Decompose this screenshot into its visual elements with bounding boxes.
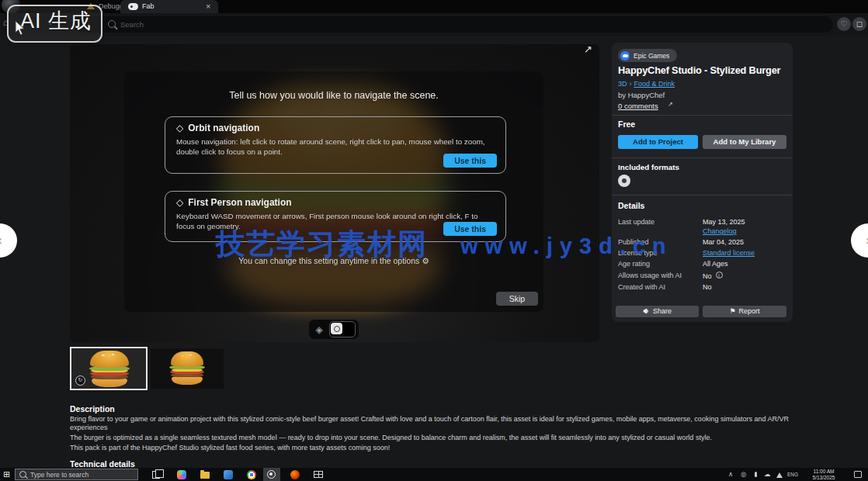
viewer-controls: ◈ [309, 320, 359, 339]
taskbar-search-placeholder: Type here to search [30, 471, 89, 479]
navigation-choice-dialog: Tell us how you would like to navigate t… [124, 71, 543, 312]
breadcrumb-3d[interactable]: 3D [618, 80, 627, 88]
first-person-navigation-title: ◇First Person navigation [176, 197, 292, 208]
breadcrumb-separator: › [630, 80, 632, 88]
share-button[interactable]: Share [616, 306, 699, 317]
watermark-site-url: www.jy3d.cn [460, 234, 673, 259]
watermark-site-name: 技艺学习素材网 [216, 225, 428, 264]
description-paragraph: Bring flavor to your game or animation p… [70, 415, 806, 432]
language-indicator[interactable]: ENG [787, 472, 798, 477]
browser-tab-strip: Debugger Fab × [0, 0, 868, 13]
view-mode-toggle[interactable] [329, 321, 356, 337]
detail-value: May 13, 2025 [703, 218, 745, 226]
burger-thumb [89, 350, 130, 389]
description-paragraph: The burger is optimized as a single seam… [70, 434, 806, 442]
chevron-left-icon: ‹ [0, 234, 2, 247]
carousel-prev-button[interactable]: ‹ [0, 223, 17, 258]
product-title: HappyChef Studio - Stylized Burger [618, 64, 790, 76]
remote-desktop-icon[interactable] [314, 471, 323, 478]
tab-fab[interactable]: Fab × [120, 0, 218, 13]
firefox-icon[interactable] [290, 470, 300, 479]
orbit-navigation-title: ◇Orbit navigation [176, 123, 259, 133]
search-icon [19, 471, 26, 478]
diamond-icon: ◇ [176, 123, 183, 133]
product-panel: Epic Games HappyChef Studio - Stylized B… [612, 43, 793, 322]
price-label: Free [618, 119, 635, 129]
detail-value: Mar 04, 2025 [703, 238, 744, 246]
cloud-icon[interactable]: ☁ [764, 470, 771, 478]
tray-app-icon[interactable]: ◎ [741, 470, 746, 478]
external-link-icon: ↗ [668, 101, 673, 108]
included-formats-heading: Included formats [618, 163, 679, 171]
heart-icon: ♡ [841, 19, 848, 28]
tray-date: 5/13/2025 [807, 475, 840, 481]
fab-logo-icon [128, 3, 138, 10]
site-watermark: 技艺学习素材网 www.jy3d.cn [216, 225, 673, 264]
start-button[interactable]: ⊞ [3, 469, 10, 479]
seller-badge[interactable]: Epic Games [618, 49, 677, 62]
active-app-highlight[interactable] [263, 468, 280, 481]
search-hint: Search [120, 20, 144, 29]
tray-time: 11:00 AM [807, 469, 840, 475]
search-icon [108, 20, 116, 28]
fullscreen-icon[interactable]: ↗ [584, 43, 592, 55]
skip-button[interactable]: Skip [496, 292, 538, 306]
ai-generated-label: AI 生成 [20, 7, 92, 35]
wireframe-icon[interactable]: ◈ [312, 323, 326, 337]
cart-button[interactable]: ◻ [852, 17, 866, 31]
carousel-next-button[interactable]: › [851, 223, 868, 258]
windows-taskbar: ⊞ Type here to search ∧ ◎ ☁ ENG 11:00 AM… [0, 468, 868, 481]
comments-link[interactable]: 0 comments [618, 102, 658, 110]
tray-chevron-up-icon[interactable]: ∧ [728, 470, 733, 478]
notification-center-icon[interactable] [854, 471, 862, 478]
detail-value: Noi [703, 272, 723, 280]
bag-icon: ◻ [856, 19, 863, 28]
task-view-icon[interactable] [152, 471, 160, 479]
taskbar-search[interactable]: Type here to search [15, 469, 138, 480]
obs-icon [267, 470, 276, 479]
mail-app-icon[interactable] [224, 470, 233, 479]
flag-icon: ⚑ [729, 307, 735, 315]
breadcrumb-category[interactable]: Food & Drink [634, 80, 675, 88]
orbit-navigation-card[interactable]: ◇Orbit navigation Mouse navigation: left… [165, 116, 506, 174]
add-to-library-button[interactable]: Add to My Library [703, 135, 786, 149]
thumbnail-3d-selected[interactable]: ↻ [70, 347, 148, 390]
breadcrumb: 3D›Food & Drink [618, 80, 675, 88]
tab-fab-label: Fab [142, 2, 155, 10]
orbit-use-this-button[interactable]: Use this [443, 154, 497, 168]
thumbnail-image[interactable] [151, 348, 224, 389]
clock[interactable]: 11:00 AM 5/13/2025 [807, 469, 840, 480]
details-heading: Details [618, 201, 644, 210]
favorites-button[interactable]: ♡ [837, 17, 851, 31]
sphere-icon [331, 323, 342, 334]
license-link[interactable]: Standard license [703, 249, 755, 257]
changelog-link[interactable]: Changelog [703, 227, 737, 235]
seller-badge-label: Epic Games [634, 52, 669, 60]
microphone-icon[interactable] [755, 472, 757, 477]
divider [612, 115, 793, 116]
detail-value: All Ages [703, 260, 728, 268]
info-icon[interactable]: i [716, 272, 723, 279]
seller-line[interactable]: by HappyChef [618, 91, 665, 99]
rotate-badge-icon: ↻ [75, 375, 85, 386]
description-paragraph: This pack is part of the HappyChef Studi… [70, 444, 806, 452]
screen: { "icons": { "close": "×", "expand": "↗"… [0, 0, 868, 481]
dialog-title: Tell us how you would like to navigate t… [124, 90, 543, 101]
add-to-project-button[interactable]: Add to Project [618, 135, 698, 149]
copilot-icon[interactable] [177, 470, 186, 479]
browser-toolbar: ⌂ ‹ Search ♡ ◻ [0, 13, 868, 36]
report-button[interactable]: ⚑Report [703, 306, 786, 317]
detail-label: Allows usage with AI [618, 272, 682, 279]
file-explorer-icon[interactable] [200, 472, 210, 479]
seller-badge-icon [620, 51, 630, 61]
close-icon[interactable]: × [206, 2, 210, 11]
network-icon[interactable] [776, 472, 783, 478]
chrome-icon[interactable] [247, 470, 256, 479]
format-icon[interactable] [618, 175, 630, 187]
diamond-icon: ◇ [176, 197, 183, 208]
burger-thumb [169, 351, 205, 386]
divider [612, 195, 793, 196]
cursor-icon [14, 20, 26, 36]
search-input[interactable]: Search [74, 16, 833, 33]
description-body: Bring flavor to your game or animation p… [70, 415, 806, 454]
